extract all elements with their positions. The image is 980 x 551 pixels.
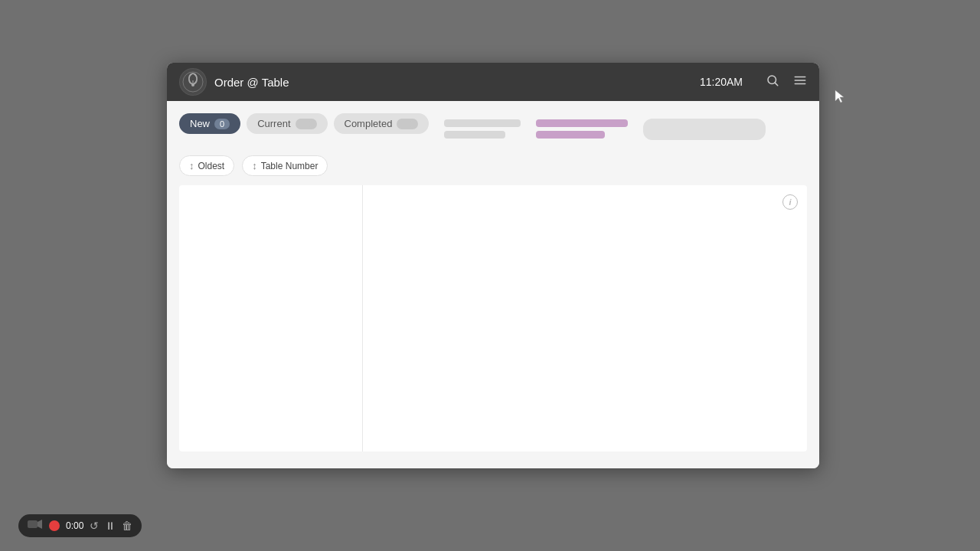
- tab-new-badge: 0: [214, 119, 230, 129]
- tab-new[interactable]: New 0: [179, 113, 240, 134]
- tab-bar: New 0 Current Completed: [179, 113, 429, 134]
- svg-rect-12: [28, 520, 38, 528]
- sort-table-icon: ↕: [252, 160, 257, 171]
- tab-new-label: New: [190, 118, 210, 129]
- tab-current-label: Current: [257, 118, 290, 129]
- completed-badge-icon: [402, 121, 413, 127]
- info-icon-label: i: [789, 197, 791, 207]
- main-layout: i: [179, 185, 807, 452]
- recording-bar: 0:00 ↺ ⏸ 🗑: [18, 514, 142, 537]
- skeleton-header: [444, 119, 807, 140]
- skeleton-group-1: [444, 119, 521, 139]
- svg-marker-13: [38, 520, 42, 529]
- svg-rect-10: [301, 121, 312, 127]
- svg-point-3: [191, 83, 194, 86]
- sort-oldest-button[interactable]: ↕ Oldest: [179, 155, 234, 176]
- info-icon[interactable]: i: [782, 194, 798, 210]
- sort-oldest-label: Oldest: [198, 161, 225, 171]
- skeleton-bar: [444, 131, 505, 139]
- logo-inner: [180, 69, 206, 95]
- header: Order @ Table 11:20AM: [167, 63, 819, 101]
- skeleton-bar: [444, 119, 521, 127]
- tab-current-badge: [296, 119, 317, 129]
- skeleton-group-2: [536, 119, 628, 139]
- tab-completed[interactable]: Completed: [334, 113, 430, 134]
- menu-icon[interactable]: [793, 73, 807, 91]
- orders-list-panel: [179, 185, 363, 452]
- pause-icon[interactable]: ⏸: [105, 520, 116, 532]
- current-badge-icon: [301, 121, 312, 127]
- svg-line-6: [775, 83, 777, 85]
- app-window: Order @ Table 11:20AM New 0: [167, 63, 819, 468]
- sort-oldest-icon: ↕: [189, 160, 194, 171]
- filter-row: ↕ Oldest ↕ Table Number: [179, 155, 807, 176]
- skeleton-button: [643, 119, 766, 140]
- search-icon[interactable]: [766, 73, 779, 91]
- sort-table-number-button[interactable]: ↕ Table Number: [242, 155, 328, 176]
- skeleton-bar-accent: [536, 119, 628, 127]
- skeleton-group-3: [643, 119, 766, 140]
- header-title: Order @ Table: [214, 76, 692, 89]
- tab-completed-label: Completed: [345, 118, 393, 129]
- rewind-icon[interactable]: ↺: [90, 520, 99, 532]
- skeleton-bar-accent: [536, 131, 605, 139]
- camera-svg: [28, 519, 43, 530]
- tab-current[interactable]: Current: [247, 113, 327, 134]
- record-indicator: [49, 520, 60, 531]
- logo-svg: [182, 71, 204, 93]
- order-detail-panel: i: [363, 185, 807, 452]
- delete-icon[interactable]: 🗑: [122, 520, 132, 532]
- logo-area: [179, 68, 207, 96]
- app-logo: [179, 68, 207, 96]
- camera-icon: [28, 519, 43, 533]
- content-area: New 0 Current Completed: [167, 101, 819, 468]
- cursor: [834, 89, 846, 107]
- tab-completed-badge: [397, 119, 418, 129]
- header-time: 11:20AM: [700, 76, 743, 88]
- sort-table-label: Table Number: [261, 161, 318, 171]
- svg-rect-11: [402, 121, 413, 127]
- record-time: 0:00: [66, 520, 83, 531]
